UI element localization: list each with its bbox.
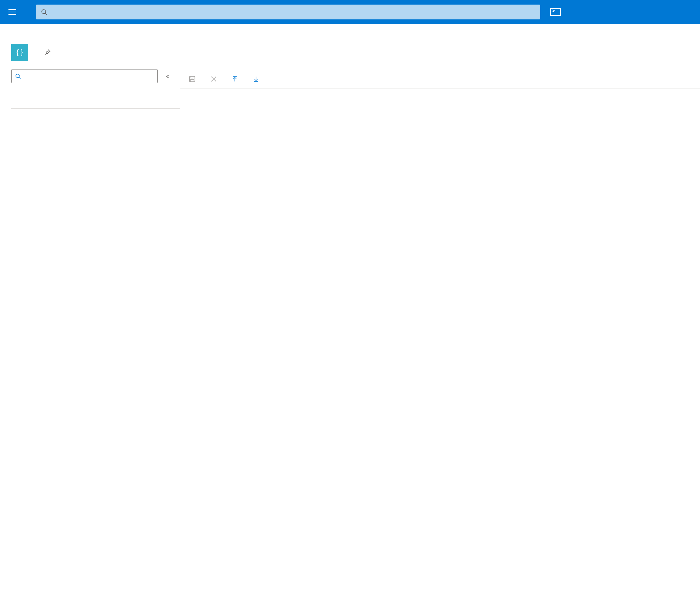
discard-button[interactable] [211, 76, 220, 82]
nav-section-support [11, 105, 180, 109]
sidebar-search[interactable] [11, 69, 158, 83]
page-title-row: { } [0, 41, 700, 69]
download-icon [253, 76, 259, 82]
pin-icon[interactable] [44, 49, 51, 55]
hamburger-menu-icon[interactable] [8, 9, 16, 15]
save-icon [189, 75, 196, 83]
search-icon [15, 73, 21, 79]
sidebar: « [0, 69, 180, 112]
svg-point-0 [42, 10, 45, 13]
content-area [180, 69, 700, 112]
json-editor[interactable] [184, 106, 700, 106]
toolbar [180, 69, 700, 89]
global-search-input[interactable] [51, 8, 535, 16]
cloud-shell-icon[interactable] [550, 8, 561, 16]
close-icon [211, 76, 217, 82]
upload-icon [232, 76, 238, 82]
top-header [0, 0, 700, 24]
editor-description [180, 89, 700, 106]
svg-point-2 [16, 74, 19, 78]
global-search[interactable] [36, 5, 540, 19]
download-button[interactable] [253, 76, 262, 82]
upload-button[interactable] [232, 76, 241, 82]
collapse-sidebar-icon[interactable]: « [166, 73, 169, 79]
sidebar-search-input[interactable] [24, 73, 154, 79]
save-button[interactable] [189, 75, 199, 83]
svg-rect-6 [190, 79, 194, 81]
svg-line-3 [19, 77, 20, 79]
nav-section-manage [11, 93, 180, 96]
manifest-page-icon: { } [11, 44, 28, 61]
search-icon [41, 9, 47, 15]
breadcrumb [0, 24, 700, 41]
svg-line-1 [45, 13, 47, 15]
